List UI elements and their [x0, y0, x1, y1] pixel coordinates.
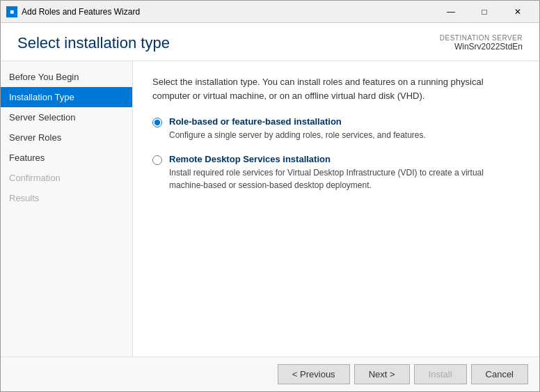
destination-info: DESTINATION SERVER WinSrv2022StdEn	[440, 34, 523, 52]
option-group: Role-based or feature-based installation…	[152, 116, 520, 191]
sidebar-item-features[interactable]: Features	[1, 148, 132, 168]
minimize-button[interactable]: —	[435, 1, 467, 22]
app-icon: ■	[6, 6, 17, 17]
sidebar: Before You BeginInstallation TypeServer …	[1, 61, 133, 356]
option-desc-remote-desktop: Install required role services for Virtu…	[169, 166, 496, 191]
option-desc-role-based: Configure a single server by adding role…	[169, 129, 426, 141]
option-title-remote-desktop: Remote Desktop Services installation	[169, 154, 496, 164]
install-button[interactable]: Install	[414, 364, 467, 384]
destination-label: DESTINATION SERVER	[440, 34, 523, 42]
footer: < Previous Next > Install Cancel	[1, 356, 539, 391]
next-button[interactable]: Next >	[354, 364, 410, 384]
content-area: Before You BeginInstallation TypeServer …	[1, 61, 539, 356]
radio-role-based[interactable]	[152, 118, 162, 127]
sidebar-item-before-you-begin[interactable]: Before You Begin	[1, 67, 132, 87]
sidebar-item-server-roles[interactable]: Server Roles	[1, 127, 132, 148]
option-item-remote-desktop: Remote Desktop Services installationInst…	[152, 154, 520, 191]
sidebar-item-confirmation: Confirmation	[1, 168, 132, 188]
description-text: Select the installation type. You can in…	[152, 75, 514, 102]
wizard-window: ■ Add Roles and Features Wizard — □ ✕ Se…	[0, 0, 540, 392]
previous-button[interactable]: < Previous	[278, 364, 350, 384]
sidebar-item-installation-type[interactable]: Installation Type	[1, 87, 132, 107]
window-controls: — □ ✕	[435, 1, 534, 22]
destination-server: WinSrv2022StdEn	[440, 42, 523, 52]
window-title: Add Roles and Features Wizard	[22, 7, 435, 17]
radio-remote-desktop[interactable]	[152, 155, 162, 165]
sidebar-item-server-selection[interactable]: Server Selection	[1, 107, 132, 127]
main-content: Select the installation type. You can in…	[133, 61, 539, 356]
header: Select installation type DESTINATION SER…	[1, 23, 539, 61]
option-title-role-based: Role-based or feature-based installation	[169, 116, 426, 127]
option-item-role-based: Role-based or feature-based installation…	[152, 116, 520, 141]
cancel-button[interactable]: Cancel	[471, 364, 528, 384]
page-title: Select installation type	[17, 34, 170, 52]
sidebar-item-results: Results	[1, 188, 132, 208]
close-button[interactable]: ✕	[502, 1, 534, 22]
title-bar: ■ Add Roles and Features Wizard — □ ✕	[1, 1, 539, 23]
maximize-button[interactable]: □	[468, 1, 500, 22]
